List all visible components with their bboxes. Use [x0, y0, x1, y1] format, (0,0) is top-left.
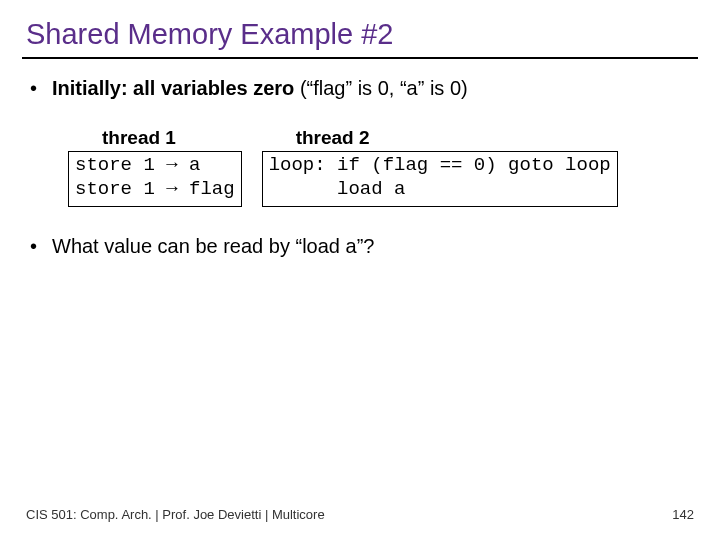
thread-1-header: thread 1: [102, 127, 242, 149]
t1-line2: store 1 → flag: [75, 178, 235, 200]
thread-2-header: thread 2: [296, 127, 618, 149]
page-number: 142: [672, 507, 694, 522]
bullet-rest: (“flag” is 0, “a” is 0): [294, 77, 467, 99]
bullet-question: • What value can be read by “load a”?: [30, 233, 694, 259]
t1-line1: store 1 → a: [75, 154, 200, 176]
bullet-strong: Initially: all variables zero: [52, 77, 294, 99]
title-underline: [22, 57, 698, 59]
footer-left: CIS 501: Comp. Arch. | Prof. Joe Deviett…: [26, 507, 325, 522]
thread-1-col: thread 1 store 1 → a store 1 → flag: [68, 127, 242, 207]
thread-2-code: loop: if (flag == 0) goto loop load a: [262, 151, 618, 207]
footer: CIS 501: Comp. Arch. | Prof. Joe Deviett…: [26, 507, 694, 522]
t2-line1: loop: if (flag == 0) goto loop: [269, 154, 611, 176]
bullet-text: Initially: all variables zero (“flag” is…: [52, 75, 468, 101]
bullet-marker: •: [30, 75, 52, 101]
question-marker: •: [30, 233, 52, 259]
slide: Shared Memory Example #2 • Initially: al…: [0, 0, 720, 540]
thread-2-col: thread 2 loop: if (flag == 0) goto loop …: [262, 127, 618, 207]
t2-line2: load a: [269, 178, 406, 200]
bullet-initial: • Initially: all variables zero (“flag” …: [30, 75, 694, 101]
thread-1-code: store 1 → a store 1 → flag: [68, 151, 242, 207]
question-text: What value can be read by “load a”?: [52, 233, 374, 259]
code-area: thread 1 store 1 → a store 1 → flag thre…: [68, 127, 694, 207]
slide-title: Shared Memory Example #2: [26, 18, 694, 51]
